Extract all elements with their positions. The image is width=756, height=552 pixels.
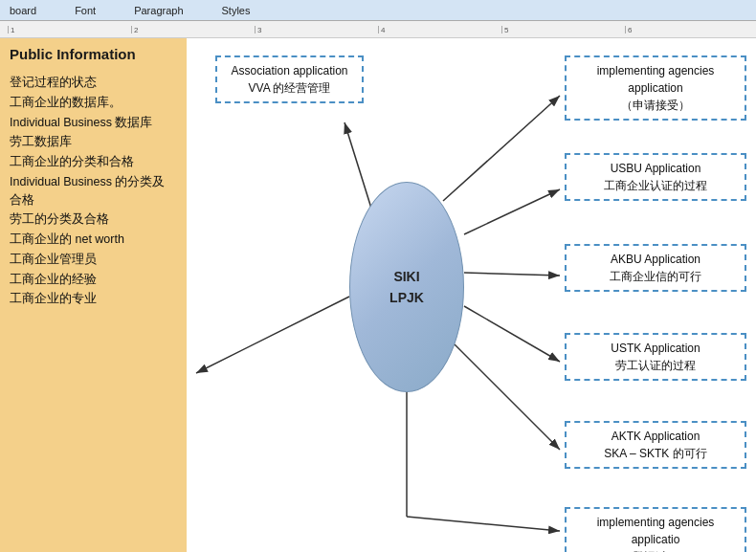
ruler-mark-3: 4 <box>378 26 501 33</box>
ruler-mark-4: 5 <box>501 26 625 33</box>
oval-label-lpjk: LPJK <box>389 287 424 308</box>
svg-line-6 <box>464 306 560 362</box>
svg-line-4 <box>464 189 560 234</box>
box-bottom-line1: implementing agencies applicatio <box>574 514 737 548</box>
box-top-left: Association application VVA 的经营管理 <box>215 55 364 103</box>
box-top-left-line1: Association application <box>225 62 354 79</box>
oval: SIKI LPJK <box>349 182 464 392</box>
toolbar-paragraph: Paragraph <box>134 5 183 16</box>
ruler-mark-5: 6 <box>625 26 748 33</box>
sidebar-list: 登记过程的状态 工商企业的数据库。 Individual Business 数据… <box>10 74 177 308</box>
list-item: 劳工数据库 <box>10 133 177 151</box>
box-right-2: AKBU Application 工商企业信的可行 <box>565 244 746 292</box>
list-item: 工商企业的分类和合格 <box>10 153 177 171</box>
box-r2-line2: 工商企业信的可行 <box>574 268 737 285</box>
box-right-4: AKTK Application SKA – SKTK 的可行 <box>565 421 746 469</box>
svg-line-10 <box>407 517 560 531</box>
ruler: 1 2 3 4 5 6 <box>0 21 756 38</box>
box-right-3: USTK Application 劳工认证的过程 <box>565 333 746 381</box>
box-r1-line2: 工商企业认证的过程 <box>574 177 737 194</box>
svg-line-5 <box>464 273 560 276</box>
box-r2-line1: AKBU Application <box>574 251 737 268</box>
ruler-mark-1: 2 <box>131 26 255 33</box>
box-r4-line2: SKA – SKTK 的可行 <box>574 445 737 462</box>
list-item: 工商企业的 net worth <box>10 231 177 249</box>
box-r1-line1: USBU Application <box>574 160 737 177</box>
toolbar-board: board <box>10 5 36 16</box>
list-item: Individual Business 的分类及合格 <box>10 173 177 210</box>
box-right-1: USBU Application 工商企业认证的过程 <box>565 153 746 201</box>
list-item: 登记过程的状态 <box>10 74 177 92</box>
toolbar: board Font Paragraph Styles <box>0 0 756 21</box>
box-top-left-line2: VVA 的经营管理 <box>225 79 354 97</box>
ruler-mark-0: 1 <box>8 26 131 33</box>
list-item: 工商企业管理员 <box>10 251 177 269</box>
diagram-area: SIKI LPJK Association application VVA 的经… <box>187 38 756 552</box>
box-bottom-line2: 登记过程 <box>574 548 737 552</box>
toolbar-font: Font <box>75 5 96 16</box>
list-item: 劳工的分类及合格 <box>10 210 177 229</box>
box-r3-line1: USTK Application <box>574 340 737 357</box>
box-bottom: implementing agencies applicatio 登记过程 <box>565 507 746 552</box>
main-content: Public Information 登记过程的状态 工商企业的数据库。 Ind… <box>0 38 756 552</box>
list-item: 工商企业的经验 <box>10 271 177 289</box>
list-item: Individual Business 数据库 <box>10 114 177 132</box>
ruler-marks: 1 2 3 4 5 6 <box>8 26 748 33</box>
box-top-right-line2: （申请接受） <box>574 97 737 114</box>
list-item: 工商企业的专业 <box>10 290 177 308</box>
box-top-right-line1: implementing agencies application <box>574 62 737 97</box>
box-r3-line2: 劳工认证的过程 <box>574 357 737 374</box>
oval-label-siki: SIKI <box>393 266 419 287</box>
oval-container: SIKI LPJK <box>349 182 464 392</box>
ruler-mark-2: 3 <box>255 26 378 33</box>
svg-line-8 <box>196 297 349 373</box>
list-item: 工商企业的数据库。 <box>10 94 177 112</box>
toolbar-styles: Styles <box>222 5 251 16</box>
box-r4-line1: AKTK Application <box>574 428 737 445</box>
sidebar-title: Public Information <box>10 46 177 66</box>
svg-line-7 <box>455 344 560 450</box>
box-top-right: implementing agencies application （申请接受） <box>565 55 746 121</box>
sidebar: Public Information 登记过程的状态 工商企业的数据库。 Ind… <box>0 38 187 552</box>
